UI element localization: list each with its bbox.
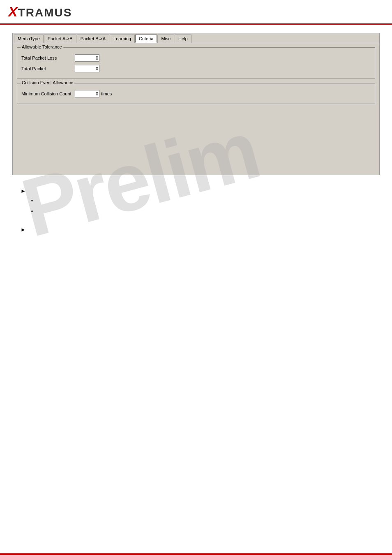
tab-learning[interactable]: Learning [110, 35, 135, 43]
logo-x: X [8, 4, 18, 19]
criteria-tab-content: Allowable Tolerance Total Packet Loss To… [13, 43, 379, 175]
collision-event-group: Collision Event Allowance Minimum Collis… [17, 83, 375, 104]
logo-tramus: TRAMUS [18, 6, 72, 19]
logo: XTRAMUS [8, 4, 72, 20]
total-packet-loss-row: Total Packet Loss [21, 54, 371, 62]
times-suffix: times [101, 91, 112, 96]
tab-panel: MediaType Packet A->B Packet B->A Learni… [12, 33, 380, 175]
tab-bar: MediaType Packet A->B Packet B->A Learni… [13, 33, 379, 43]
minimum-collision-row: Minimum Collision Count times [21, 90, 371, 97]
total-packet-row: Total Packet [21, 65, 371, 72]
total-packet-label: Total Packet [21, 66, 75, 71]
total-packet-loss-input[interactable] [75, 54, 99, 62]
main-content: MediaType Packet A->B Packet B->A Learni… [0, 25, 392, 248]
arrow-symbol-2: ► [21, 227, 26, 233]
tab-packet-ab[interactable]: Packet A->B [44, 35, 76, 43]
total-packet-loss-label: Total Packet Loss [21, 56, 75, 60]
arrow-item-2: ► [21, 226, 371, 233]
collision-event-title: Collision Event Allowance [21, 80, 74, 85]
bullet-item-2 [37, 208, 371, 214]
arrow-symbol-1: ► [21, 188, 26, 194]
bullet-item-1 [37, 197, 371, 203]
tab-packet-ba[interactable]: Packet B->A [77, 35, 109, 43]
allowable-tolerance-group: Allowable Tolerance Total Packet Loss To… [17, 47, 375, 79]
tab-misc[interactable]: Misc [157, 35, 174, 43]
arrow-item-1: ► [21, 187, 371, 194]
bullet-list-1 [37, 197, 371, 214]
allowable-tolerance-title: Allowable Tolerance [21, 44, 63, 49]
header: XTRAMUS [0, 0, 392, 25]
footer-line [0, 553, 392, 555]
minimum-collision-input[interactable] [75, 90, 99, 97]
tab-mediatype[interactable]: MediaType [14, 35, 44, 43]
total-packet-input[interactable] [75, 65, 99, 72]
tab-help[interactable]: Help [175, 35, 191, 43]
bullets-section: ► ► [12, 183, 380, 240]
tab-criteria[interactable]: Criteria [135, 35, 157, 43]
minimum-collision-label: Minimum Collision Count [21, 91, 75, 96]
